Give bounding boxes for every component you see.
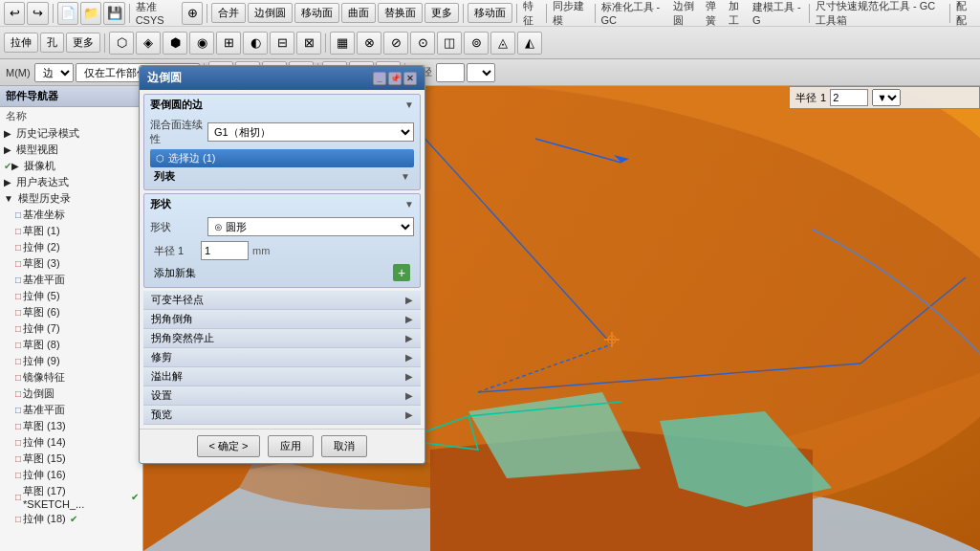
radius-bar-input[interactable] bbox=[830, 89, 868, 106]
expand-icon-history2: ▼ bbox=[4, 193, 13, 204]
tree-extrude5[interactable]: □ 拉伸 (5) bbox=[11, 288, 142, 304]
blend-select[interactable]: G1（相切） bbox=[207, 122, 414, 142]
overflow-row[interactable]: 溢出解 ▶ bbox=[143, 367, 421, 386]
tree-extrude9[interactable]: □ 拉伸 (9) bbox=[11, 353, 142, 369]
icon-btn11[interactable]: ⊘ bbox=[383, 32, 408, 55]
tree-sketch17[interactable]: □ 草图 (17) *SKETCH_... ✔ bbox=[11, 483, 142, 511]
more-btn1[interactable]: 更多 bbox=[425, 3, 459, 23]
edge-section-content: 混合面连续性 G1（相切） ⬡ 选择边 (1) 列表 ▼ bbox=[144, 115, 420, 189]
icon-btn12[interactable]: ⊙ bbox=[410, 32, 435, 55]
tree-sketch13[interactable]: □ 草图 (13) bbox=[11, 418, 142, 434]
tree-datum-plane[interactable]: □ 基准平面 bbox=[11, 272, 142, 288]
tree-extrude14[interactable]: □ 拉伸 (14) bbox=[11, 434, 142, 451]
icon-btn1[interactable]: ⬡ bbox=[109, 32, 134, 55]
undo-btn[interactable]: ↩ bbox=[4, 2, 25, 25]
dialog-body: 要倒圆的边 ▼ 混合面连续性 G1（相切） ⬡ 选择边 (1) 列表 ▼ bbox=[140, 90, 425, 429]
edge-section-header[interactable]: 要倒圆的边 ▼ bbox=[144, 95, 420, 115]
variable-radius-row[interactable]: 可变半径点 ▶ bbox=[143, 291, 421, 310]
tree-datum[interactable]: □ 基准坐标 bbox=[11, 207, 142, 223]
radius-input-strip[interactable] bbox=[436, 63, 465, 82]
left-panel: 部件导航器 名称 ▶ 历史记录模式 ▶ 模型视图 ✔ ▶ 摄像机 ▶ 用户表达式… bbox=[0, 86, 143, 551]
tree-sketch8[interactable]: □ 草图 (8) bbox=[11, 337, 142, 353]
shape-type-select[interactable]: ⊙ 圆形 bbox=[207, 217, 414, 236]
icon-btn15[interactable]: ◬ bbox=[490, 32, 515, 55]
tree-sketch3[interactable]: □ 草图 (3) bbox=[11, 255, 142, 272]
move-face-btn2[interactable]: 移动面 bbox=[468, 3, 512, 23]
save-btn[interactable]: 💾 bbox=[103, 2, 124, 25]
icon-btn3[interactable]: ⬢ bbox=[163, 32, 187, 55]
new-btn[interactable]: 📄 bbox=[57, 2, 78, 25]
edge-collapse-icon: ▼ bbox=[404, 99, 414, 110]
tree-edgeround[interactable]: □ 边倒圆 bbox=[11, 386, 142, 402]
sync-label: 同步建模 bbox=[551, 0, 590, 28]
settings-row[interactable]: 设置 ▶ bbox=[143, 386, 421, 406]
icon-btn13[interactable]: ◫ bbox=[437, 32, 462, 55]
csys-btn[interactable]: ⊕ bbox=[182, 2, 203, 25]
apply-button[interactable]: 应用 bbox=[268, 435, 314, 457]
icon-btn4[interactable]: ◉ bbox=[189, 32, 214, 55]
tree-extrude18[interactable]: □ 拉伸 (18) ✔ bbox=[11, 511, 142, 527]
tree-item-userexpr[interactable]: ▶ 用户表达式 bbox=[0, 174, 142, 190]
mirror-label: 镜像特征 bbox=[23, 370, 65, 385]
extrude9-label: 拉伸 (9) bbox=[23, 354, 60, 368]
redo-btn[interactable]: ↪ bbox=[27, 2, 48, 25]
trim-row[interactable]: 修剪 ▶ bbox=[143, 348, 421, 367]
move-face-btn[interactable]: 移动面 bbox=[294, 3, 339, 23]
preview-row[interactable]: 预览 ▶ bbox=[143, 406, 421, 425]
more-btn2[interactable]: 更多 bbox=[66, 33, 100, 53]
tree-item-history2[interactable]: ▼ 模型历史录 bbox=[0, 190, 142, 207]
tree-sketch6[interactable]: □ 草图 (6) bbox=[11, 304, 142, 320]
dialog-minimize-btn[interactable]: _ bbox=[373, 72, 386, 85]
ok-button[interactable]: < 确定 > bbox=[197, 435, 261, 457]
icon-btn2[interactable]: ◈ bbox=[136, 32, 161, 55]
dialog-pin-btn[interactable]: 📌 bbox=[388, 72, 402, 85]
tree-item-modelview[interactable]: ▶ 模型视图 bbox=[0, 142, 142, 158]
spring-label: 弹簧 bbox=[704, 0, 726, 28]
edge-select[interactable]: 边 bbox=[34, 63, 74, 82]
add-label: 加工 bbox=[727, 0, 749, 28]
icon-btn8[interactable]: ⊠ bbox=[296, 32, 321, 55]
corner-stop-row[interactable]: 拐角突然停止 ▶ bbox=[143, 329, 421, 348]
icon-btn5[interactable]: ⊞ bbox=[216, 32, 241, 55]
extrude16-label: 拉伸 (16) bbox=[23, 468, 66, 482]
tree-item-camera[interactable]: ✔ ▶ 摄像机 bbox=[0, 158, 142, 174]
icon-btn6[interactable]: ◐ bbox=[243, 32, 268, 55]
tree-extrude2[interactable]: □ 拉伸 (2) bbox=[11, 239, 142, 255]
history-label: 历史记录模式 bbox=[16, 126, 79, 141]
shape-section-header[interactable]: 形状 ▼ bbox=[144, 194, 420, 214]
icon-btn9[interactable]: ▦ bbox=[330, 32, 355, 55]
merge-btn[interactable]: 合并 bbox=[211, 3, 246, 23]
hole-btn[interactable]: 孔 bbox=[40, 33, 64, 53]
dialog-close-btn[interactable]: ✕ bbox=[403, 72, 417, 85]
tree-extrude16[interactable]: □ 拉伸 (16) bbox=[11, 467, 142, 483]
selected-item-label: 选择边 (1) bbox=[168, 151, 216, 165]
edge-round-btn[interactable]: 边倒圆 bbox=[248, 3, 293, 23]
tree-mirror[interactable]: □ 镜像特征 bbox=[11, 369, 142, 386]
extrude-btn[interactable]: 拉伸 bbox=[4, 33, 38, 53]
replace-face-btn[interactable]: 替换面 bbox=[378, 3, 423, 23]
radius-bar-select[interactable]: ▼ bbox=[872, 89, 901, 106]
dialog-title: 边倒圆 bbox=[147, 70, 182, 86]
sketch15-icon: □ bbox=[15, 453, 21, 464]
icon-btn10[interactable]: ⊗ bbox=[357, 32, 381, 55]
icon-btn16[interactable]: ◭ bbox=[517, 32, 542, 55]
tree-item-history[interactable]: ▶ 历史记录模式 bbox=[0, 125, 142, 142]
selected-item[interactable]: ⬡ 选择边 (1) bbox=[150, 149, 414, 167]
icon-btn14[interactable]: ⊚ bbox=[464, 32, 489, 55]
dialog-footer: < 确定 > 应用 取消 bbox=[140, 429, 425, 463]
icon-btn7[interactable]: ⊟ bbox=[270, 32, 294, 55]
surface-btn[interactable]: 曲面 bbox=[341, 3, 376, 23]
check-icon-camera: ✔ bbox=[4, 161, 11, 171]
corner-chamfer-row[interactable]: 拐角倒角 ▶ bbox=[143, 310, 421, 329]
tree-extrude7[interactable]: □ 拉伸 (7) bbox=[11, 320, 142, 337]
radius-unit-strip[interactable]: 2 bbox=[467, 63, 495, 82]
tree-sketch1[interactable]: □ 草图 (1) bbox=[11, 223, 142, 239]
radius1-input[interactable] bbox=[201, 241, 249, 260]
tree-sketch15[interactable]: □ 草图 (15) bbox=[11, 451, 142, 467]
tree-datum-plane2[interactable]: □ 基准平面 bbox=[11, 402, 142, 418]
sep4 bbox=[463, 4, 464, 23]
open-btn[interactable]: 📁 bbox=[80, 2, 101, 25]
cancel-button[interactable]: 取消 bbox=[321, 435, 367, 457]
radius-bar-val1: 1 bbox=[820, 92, 826, 103]
add-new-btn[interactable]: + bbox=[393, 264, 410, 281]
